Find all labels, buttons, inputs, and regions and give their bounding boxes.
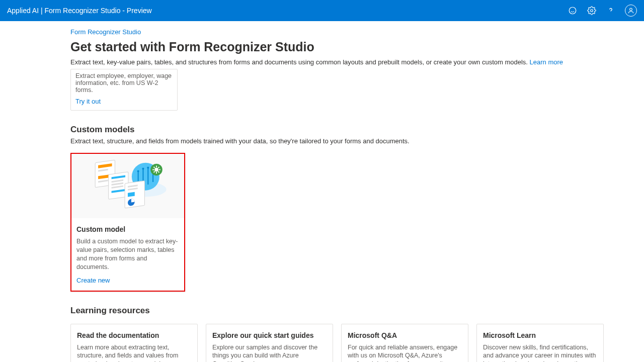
header-actions bbox=[568, 5, 637, 17]
settings-icon[interactable] bbox=[587, 6, 597, 16]
app-header: Applied AI | Form Recognizer Studio - Pr… bbox=[0, 0, 644, 21]
svg-point-1 bbox=[591, 10, 593, 12]
help-icon[interactable] bbox=[606, 6, 616, 16]
app-title: Applied AI | Form Recognizer Studio - Pr… bbox=[7, 7, 152, 15]
svg-point-2 bbox=[630, 8, 632, 11]
feedback-icon[interactable] bbox=[568, 6, 578, 16]
account-icon[interactable] bbox=[625, 5, 637, 17]
svg-point-0 bbox=[569, 7, 576, 14]
